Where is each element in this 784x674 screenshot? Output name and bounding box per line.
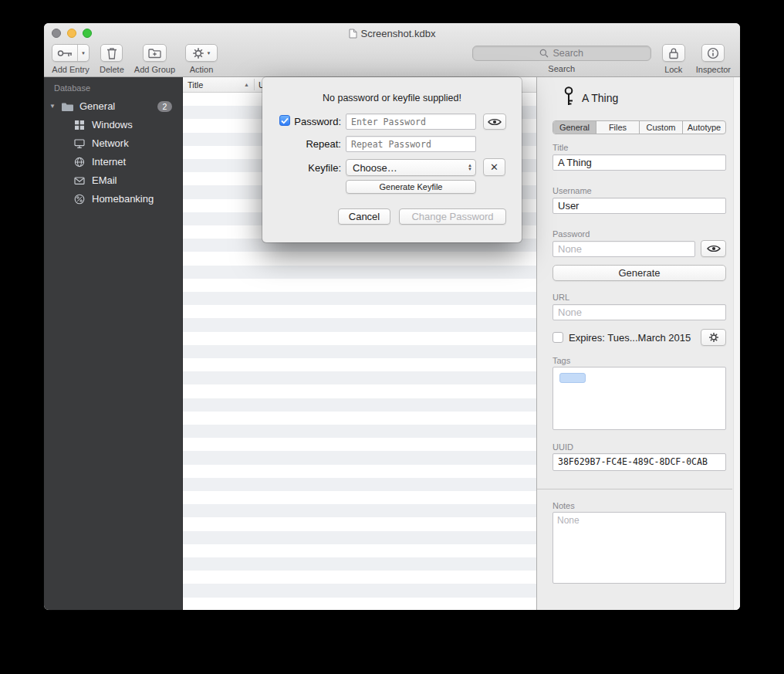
repeat-label: Repeat: — [290, 138, 341, 150]
window-content: Database ▼ General 2 — [44, 77, 740, 610]
search-input[interactable]: Search — [472, 46, 651, 61]
lock-button[interactable] — [662, 44, 685, 62]
username-field[interactable]: User — [553, 198, 726, 214]
title-field[interactable]: A Thing — [553, 154, 726, 171]
dialog-message: No password or keyfile supplied! — [262, 93, 522, 103]
gear-icon — [192, 47, 204, 59]
entry-count-badge: 2 — [157, 101, 172, 112]
expires-checkbox[interactable] — [553, 332, 563, 343]
password-input[interactable] — [346, 113, 476, 130]
clear-keyfile-button[interactable]: ✕ — [483, 158, 505, 176]
toolbar-item-search: Search Search — [472, 44, 651, 73]
toolbar-item-action: ▼ Action — [185, 44, 218, 74]
close-icon: ✕ — [490, 161, 498, 173]
document-icon — [349, 29, 357, 39]
keyfile-popup-value: Choose… — [353, 162, 397, 174]
sidebar-item-internet[interactable]: Internet — [44, 154, 182, 171]
expires-label: Expires: Tues...March 2015 — [569, 332, 691, 344]
generate-button-label: Generate — [618, 267, 660, 279]
show-password-button[interactable] — [483, 113, 506, 130]
titlebar[interactable]: Screenshot.kdbx — [44, 23, 740, 40]
url-field[interactable] — [553, 304, 726, 320]
disclosure-triangle-icon[interactable]: ▼ — [49, 103, 56, 110]
tags-field[interactable] — [553, 367, 726, 430]
screen: { "window": { "title": "Screenshot.kdbx"… — [0, 0, 784, 674]
delete-button[interactable] — [100, 44, 123, 62]
popup-stepper-icon: ▲ ▼ — [468, 164, 472, 171]
change-password-button[interactable]: Change Password — [399, 208, 506, 225]
folder-icon — [61, 102, 74, 112]
windows-icon — [74, 120, 85, 130]
search-icon — [539, 49, 549, 58]
sidebar-item-label: Homebanking — [92, 193, 154, 205]
toolbar-item-add-group: Add Group — [134, 44, 175, 74]
cancel-button-label: Cancel — [349, 211, 380, 222]
inspector-tabs: General Files Custom Autotype — [553, 120, 726, 134]
sidebar-item-network[interactable]: Network — [44, 135, 182, 152]
lock-label: Lock — [664, 65, 682, 74]
sidebar: Database ▼ General 2 — [44, 77, 183, 610]
lock-icon — [668, 47, 679, 59]
action-button[interactable]: ▼ — [185, 44, 218, 62]
toolbar-item-add-entry: ▼ Add Entry — [52, 44, 90, 74]
url-field-label: URL — [553, 293, 569, 302]
gear-icon — [708, 332, 719, 343]
username-field-label: Username — [553, 186, 592, 195]
chevron-down-icon: ▼ — [207, 51, 211, 56]
keyfile-label: Keyfile: — [290, 162, 341, 174]
sidebar-item-email[interactable]: EMail — [44, 172, 182, 189]
sidebar-item-windows[interactable]: Windows — [44, 117, 182, 134]
inspector-panel: A Thing General Files Custom Autotype Ti… — [536, 77, 740, 610]
sidebar-item-homebanking[interactable]: Homebanking — [44, 191, 182, 208]
show-password-button[interactable] — [701, 240, 726, 257]
tag-token[interactable] — [559, 373, 586, 383]
password-checkbox[interactable] — [279, 115, 290, 126]
sort-ascending-icon: ▲ — [244, 82, 249, 87]
tab-files[interactable]: Files — [596, 121, 640, 134]
trash-icon — [106, 47, 117, 59]
key-icon — [560, 86, 577, 107]
tab-general[interactable]: General — [553, 121, 596, 134]
add-group-button[interactable] — [143, 44, 167, 62]
expires-settings-button[interactable] — [701, 329, 726, 346]
keyfile-popup-button[interactable]: Choose… ▲ ▼ — [346, 159, 476, 176]
password-field[interactable] — [553, 241, 695, 257]
column-divider[interactable] — [254, 79, 255, 90]
inspector-button[interactable] — [701, 44, 725, 62]
percent-coin-icon — [74, 194, 85, 205]
toolbar-item-delete: Delete — [100, 44, 124, 74]
sidebar-item-label: Windows — [92, 119, 133, 130]
repeat-password-input[interactable] — [346, 136, 476, 152]
sidebar-item-general[interactable]: ▼ General 2 — [44, 98, 182, 115]
inspector-scrollbar[interactable] — [733, 77, 740, 610]
notes-field[interactable] — [553, 512, 726, 584]
tab-autotype[interactable]: Autotype — [683, 121, 725, 134]
info-icon — [707, 47, 719, 59]
chevron-down-icon: ▼ — [81, 51, 86, 56]
eye-icon — [488, 117, 502, 127]
window-title: Screenshot.kdbx — [361, 28, 436, 39]
change-password-dialog: No password or keyfile supplied! Passwor… — [262, 77, 522, 242]
globe-icon — [74, 157, 85, 168]
uuid-field-label: UUID — [553, 442, 573, 452]
add-entry-button[interactable]: ▼ — [52, 44, 90, 62]
window-chrome: Screenshot.kdbx ▼ Add Entry — [44, 23, 740, 77]
action-label: Action — [190, 65, 214, 74]
add-entry-dropdown[interactable]: ▼ — [78, 45, 89, 61]
tab-custom[interactable]: Custom — [640, 121, 683, 134]
uuid-field[interactable]: 38F629B7-FC4E-489C-8DCF-0CAB — [553, 453, 726, 471]
change-password-button-label: Change Password — [411, 211, 493, 222]
generate-keyfile-button[interactable]: Generate Keyfile — [346, 180, 476, 194]
column-header-title[interactable]: Title — [188, 80, 203, 90]
generate-password-button[interactable]: Generate — [553, 265, 726, 281]
password-label: Password: — [290, 116, 341, 127]
inspector-divider — [537, 489, 732, 489]
network-icon — [74, 138, 85, 149]
add-group-label: Add Group — [134, 65, 175, 74]
password-field-label: Password — [553, 229, 590, 239]
window-title-area: Screenshot.kdbx — [44, 27, 740, 39]
search-placeholder: Search — [553, 48, 583, 59]
checkmark-icon — [281, 117, 289, 124]
tags-field-label: Tags — [553, 356, 570, 365]
cancel-button[interactable]: Cancel — [338, 208, 390, 225]
